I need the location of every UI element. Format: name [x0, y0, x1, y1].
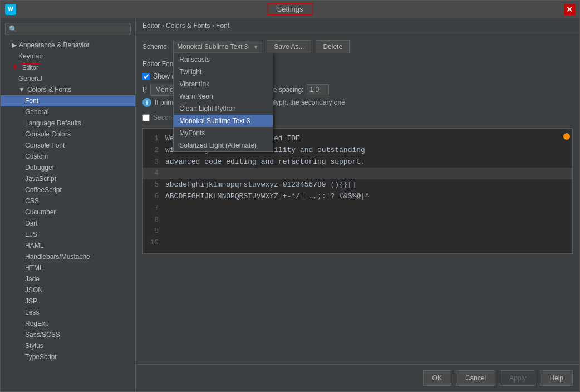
line-num: 2 — [148, 145, 159, 156]
sidebar-item-ejs[interactable]: EJS — [1, 229, 135, 240]
sidebar-item-css[interactable]: CSS — [1, 195, 135, 207]
sidebar-label: JSP — [25, 297, 37, 305]
sidebar-item-javascript[interactable]: JavaScript — [1, 173, 135, 184]
sidebar-label: Language Defaults — [25, 119, 81, 127]
sidebar-item-json[interactable]: JSON — [1, 285, 135, 296]
scheme-select-button[interactable]: Monokai Sublime Text 3 ▼ — [173, 41, 262, 53]
breadcrumb: Editor › Colors & Fonts › Font — [136, 18, 579, 33]
sidebar-label: Debugger — [25, 164, 55, 171]
title-bar: W Settings ✕ — [1, 1, 579, 18]
content-area: Scheme: Monokai Sublime Text 3 ▼ Railsca… — [136, 33, 579, 364]
sidebar-label: CoffeeScript — [25, 186, 62, 194]
save-as-button[interactable]: Save As... — [267, 40, 311, 53]
line-num: 4 — [148, 168, 159, 179]
search-box[interactable]: 🔍 — [5, 23, 131, 35]
preview-line-8: 8 — [143, 214, 572, 226]
breadcrumb-font: Font — [216, 22, 229, 30]
sidebar-item-dart[interactable]: Dart — [1, 218, 135, 229]
line-num: 1 — [148, 133, 159, 145]
sidebar-item-debugger[interactable]: Debugger — [1, 162, 135, 173]
ok-button[interactable]: OK — [423, 370, 451, 386]
line-num: 9 — [148, 226, 159, 237]
primary-label: P — [142, 86, 147, 94]
sidebar-label: HTML — [25, 264, 43, 272]
line-content: advanced code editing and refactoring su… — [165, 156, 365, 168]
close-button[interactable]: ✕ — [564, 4, 575, 15]
secondary-label: Secon — [153, 114, 172, 121]
sidebar-item-appearance[interactable]: ▶ Appearance & Behavior — [1, 40, 135, 51]
scheme-option-twilight[interactable]: Twilight — [174, 66, 273, 78]
breadcrumb-sep1: › — [162, 22, 166, 30]
cancel-button[interactable]: Cancel — [456, 370, 495, 386]
arrow-icon: ▶ — [12, 41, 17, 49]
line-num: 10 — [148, 237, 159, 249]
sidebar-label: Console Colors — [25, 130, 71, 138]
sidebar-item-keymap[interactable]: Keymap — [1, 51, 135, 62]
orange-dot — [563, 133, 570, 140]
scheme-dropdown[interactable]: Monokai Sublime Text 3 ▼ Railscasts Twil… — [173, 41, 262, 53]
secondary-checkbox[interactable] — [142, 114, 150, 121]
scheme-option-monokai[interactable]: Monokai Sublime Text 3 — [174, 115, 273, 127]
sidebar-label: Handlebars/Mustache — [25, 253, 90, 261]
sidebar-item-less[interactable]: Less — [1, 307, 135, 318]
scheme-option-warmneon[interactable]: WarmNeon — [174, 90, 273, 102]
arrow-icon: ▼ — [12, 63, 18, 71]
sidebar-item-handlebars[interactable]: Handlebars/Mustache — [1, 251, 135, 262]
search-input[interactable] — [19, 25, 127, 33]
scheme-option-vibrantink[interactable]: VibrantInk — [174, 78, 273, 90]
sidebar-item-jsp[interactable]: JSP — [1, 296, 135, 307]
sidebar-item-colors-fonts[interactable]: ▼ Colors & Fonts — [1, 84, 135, 95]
scheme-option-clean-light-python[interactable]: Clean Light Python — [174, 102, 273, 115]
sidebar-item-jade[interactable]: Jade — [1, 273, 135, 285]
scheme-option-railscasts[interactable]: Railscasts — [174, 53, 273, 66]
sidebar-item-editor[interactable]: ▼ Editor — [1, 62, 135, 73]
sidebar-label: Keymap — [18, 52, 43, 60]
scheme-option-myfonts[interactable]: MyFonts — [174, 127, 273, 139]
sidebar-label: Cucumber — [25, 208, 56, 216]
editor-font-label: Editor Font: — [142, 60, 177, 68]
sidebar-label: General — [18, 75, 42, 82]
scheme-row: Scheme: Monokai Sublime Text 3 ▼ Railsca… — [142, 40, 573, 53]
preview-line-10: 10 — [143, 237, 572, 249]
dialog-title: Settings — [268, 3, 313, 15]
help-button[interactable]: Help — [540, 370, 573, 386]
sidebar-item-custom[interactable]: Custom — [1, 151, 135, 162]
scheme-option-solarized[interactable]: Solarized Light (Alternate) — [174, 139, 273, 151]
logo-text: W — [8, 6, 13, 12]
sidebar-label: Custom — [25, 153, 48, 160]
dialog-body: 🔍 ▶ Appearance & Behavior Keymap ▼ Edito… — [1, 18, 579, 391]
line-spacing-input[interactable] — [307, 84, 329, 95]
sidebar-item-haml[interactable]: HAML — [1, 240, 135, 251]
sidebar-label: Console Font — [25, 141, 65, 149]
preview-line-5: 5 abcdefghijklmnopqrstuvwxyz 0123456789 … — [143, 179, 572, 191]
sidebar-item-html[interactable]: HTML — [1, 262, 135, 273]
show-monospaced-checkbox[interactable] — [142, 73, 150, 80]
delete-button[interactable]: Delete — [316, 40, 350, 53]
sidebar-item-general[interactable]: General — [1, 73, 135, 84]
sidebar-item-language-defaults[interactable]: Language Defaults — [1, 117, 135, 129]
sidebar-label: Sass/SCSS — [25, 331, 60, 339]
scheme-selected-value: Monokai Sublime Text 3 — [177, 43, 248, 51]
settings-dialog: W Settings ✕ 🔍 ▶ Appearance & Behavior K… — [0, 0, 580, 392]
sidebar-item-sass[interactable]: Sass/SCSS — [1, 329, 135, 340]
sidebar-label: RegExp — [25, 320, 49, 327]
preview-line-3: 3 advanced code editing and refactoring … — [143, 156, 572, 168]
sidebar-label: General — [25, 108, 49, 116]
main-content: Editor › Colors & Fonts › Font Scheme: M… — [136, 18, 579, 391]
sidebar-item-console-colors[interactable]: Console Colors — [1, 129, 135, 140]
arrow-icon: ▼ — [18, 86, 25, 94]
app-logo: W — [5, 4, 16, 15]
sidebar-item-console-font[interactable]: Console Font — [1, 140, 135, 151]
sidebar-item-font[interactable]: Font — [1, 95, 135, 106]
sidebar-label: Colors & Fonts — [27, 86, 71, 94]
apply-button[interactable]: Apply — [500, 370, 535, 386]
sidebar-item-stylus[interactable]: Stylus — [1, 340, 135, 351]
sidebar-item-coffeescript[interactable]: CoffeeScript — [1, 184, 135, 195]
sidebar-item-general2[interactable]: General — [1, 106, 135, 117]
preview-line-4: 4 — [143, 168, 572, 179]
sidebar-item-typescript[interactable]: TypeScript — [1, 351, 135, 362]
sidebar-item-regexp[interactable]: RegExp — [1, 318, 135, 329]
sidebar-label: CSS — [25, 197, 39, 205]
sidebar-label: TypeScript — [25, 353, 57, 361]
sidebar-item-cucumber[interactable]: Cucumber — [1, 207, 135, 218]
